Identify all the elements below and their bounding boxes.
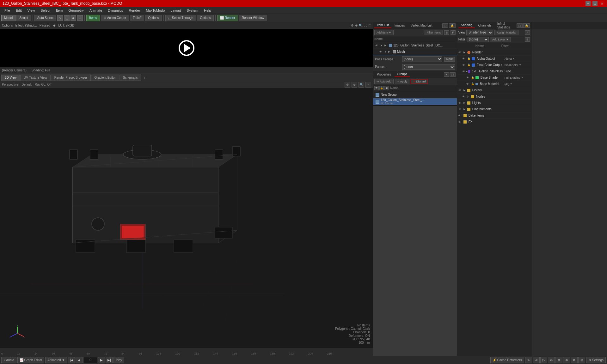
menu-animate[interactable]: Animate — [87, 8, 105, 13]
item-list-expand-btn[interactable]: ⬚ — [442, 23, 448, 28]
preview-icon3[interactable]: 🔍 — [359, 24, 363, 27]
assign-material-btn[interactable]: Assign Material — [494, 30, 518, 35]
shader-row-nodes[interactable]: 👁 ▷ Nodes — [457, 94, 531, 100]
sculpt-btn[interactable]: Sculpt — [16, 15, 31, 21]
item-list-content[interactable]: 👁 ● ▶ 120_Gallon_Stainless_Steel_IBC... … — [373, 42, 457, 55]
shading-expand-btn[interactable]: ⬚ — [517, 23, 523, 28]
list-item-scene-root[interactable]: 👁 ● ▶ 120_Gallon_Stainless_Steel_IBC... — [373, 42, 457, 49]
shader-row-base-shader[interactable]: 👁 🔒 Base Shader Full Shading ▼ — [457, 75, 531, 81]
transport-icon-8[interactable]: ⊞ — [578, 357, 585, 363]
animated-btn[interactable]: Animated ▼ — [45, 357, 67, 363]
groups-lock-icon[interactable]: 🔒 — [379, 86, 384, 90]
shading-f-btn[interactable]: F — [525, 30, 530, 35]
base-shader-effect[interactable]: Full Shading ▼ — [505, 76, 530, 79]
auto-select-btn[interactable]: Auto Select — [34, 15, 56, 21]
shader-row-final-color[interactable]: 👁 🔒 Final Color Output Final Color ▼ — [457, 62, 531, 68]
eye-icon-2[interactable]: ● — [379, 43, 384, 48]
menu-render[interactable]: Render — [126, 8, 143, 13]
play-btn[interactable]: Play — [113, 357, 124, 363]
transport-icon-1[interactable]: ⊳ — [525, 357, 532, 363]
filter-items-btn[interactable]: Filter Items — [425, 30, 443, 35]
eye-render[interactable]: 👁 — [458, 51, 463, 54]
preview-icon4[interactable]: ⛶ — [364, 24, 367, 27]
group-main[interactable]: 120_Gallon_Stainless_Steel_... No Name — [373, 98, 457, 105]
eye-ibc-mat[interactable]: 👁 — [462, 70, 465, 73]
shader-row-lights[interactable]: 👁 ▶ Lights — [457, 100, 531, 106]
eye-final-color[interactable]: 👁 — [462, 64, 467, 67]
play-button[interactable] — [179, 40, 194, 56]
groups-vis-icon[interactable]: 👁 — [374, 86, 379, 90]
transport-icon-6[interactable]: ⊕ — [563, 357, 570, 363]
base-mat-effect[interactable]: (all) ▼ — [505, 82, 530, 86]
toolbar-icon2[interactable]: ◫ — [64, 15, 70, 21]
expand-ibc-mat[interactable]: ▶ — [466, 70, 468, 73]
shading-lock-btn[interactable]: 🔒 — [523, 23, 530, 28]
props-content[interactable]: New Group 120_Gallon_Stainless_Steel_...… — [373, 91, 457, 105]
items-btn[interactable]: Items — [86, 15, 100, 21]
tab-gradient[interactable]: Gradient Editor — [91, 75, 119, 81]
props-expand-btn[interactable]: + — [444, 72, 449, 77]
eye-library[interactable]: 👁 — [458, 89, 463, 92]
expand-lights[interactable]: ▶ — [463, 101, 467, 104]
item-list-f-btn[interactable]: F — [451, 30, 456, 35]
options2-btn[interactable]: Options — [197, 15, 213, 21]
render-btn[interactable]: ⬜ Render — [217, 15, 238, 21]
shader-row-library[interactable]: 👁 ▶ Library — [457, 87, 531, 94]
shader-row-alpha[interactable]: 👁 🔒 Alpha Output Alpha ▼ — [457, 56, 531, 62]
close-btn[interactable]: ✕ — [599, 1, 604, 6]
add-tab-btn[interactable]: + — [142, 76, 147, 80]
transport-icon-3[interactable]: ▷ — [540, 357, 547, 363]
eye-icon-mesh-2[interactable]: ● — [383, 50, 388, 54]
list-item-mesh[interactable]: 👁 ● ▶ Mesh — [373, 49, 457, 55]
tab-vertex-map[interactable]: Vertex Map List — [408, 23, 435, 28]
preview-icon1[interactable]: ⚙ — [351, 24, 354, 27]
transport-icon-2[interactable]: ⊲ — [533, 357, 540, 363]
cache-deformers-btn[interactable]: ⚡ Cache Deformers — [490, 357, 524, 363]
tab-schematic[interactable]: Schematic — [120, 75, 141, 81]
groups-solo-icon[interactable]: ◉ — [384, 86, 389, 90]
preview-icon2[interactable]: ⊕ — [355, 24, 358, 27]
tab-images[interactable]: Images — [392, 23, 408, 28]
menu-help[interactable]: Help — [201, 8, 214, 13]
options-btn[interactable]: Options — [145, 15, 162, 21]
frame-input[interactable] — [83, 357, 97, 363]
viewport-settings-icon[interactable]: ⚙ — [345, 82, 350, 88]
menu-file[interactable]: File — [2, 8, 13, 13]
play-stop-btn[interactable]: ▶ — [98, 357, 105, 363]
filter-s-btn[interactable]: S — [525, 37, 530, 42]
auto-add-btn[interactable]: ↩ Auto Add — [374, 79, 394, 84]
transport-icon-5[interactable]: ⊠ — [555, 357, 562, 363]
expand-environments[interactable]: ▶ — [463, 108, 467, 111]
tab-shading[interactable]: Shading — [458, 23, 475, 28]
timeline[interactable]: 0 12 24 36 48 60 72 84 96 108 120 132 14… — [0, 348, 373, 356]
select-through-btn[interactable]: ⬚ Select Through — [165, 15, 196, 21]
item-list-lock-btn[interactable]: 🔒 — [449, 23, 456, 28]
eye-bake[interactable]: 👁 — [458, 114, 463, 117]
graph-editor-btn[interactable]: 📈 Graph Editor — [17, 357, 45, 363]
expand-library[interactable]: ▶ — [463, 89, 467, 92]
shader-row-environments[interactable]: 👁 ▶ Environments — [457, 106, 531, 112]
minimize-btn[interactable]: ─ — [586, 1, 591, 6]
eye-alpha[interactable]: 👁 — [462, 57, 467, 60]
shader-row-ibc-material[interactable]: 👁 ▶ 120_Gallon_Stainless_Stee... — [457, 68, 531, 75]
shader-row-render[interactable]: 👁 ▶ Render — [457, 49, 531, 56]
shader-tree-select[interactable]: Shader Tree — [466, 30, 493, 35]
expand-arrow-mesh[interactable]: ▶ — [388, 50, 391, 53]
tab-item-list[interactable]: Item List — [374, 23, 391, 28]
tab-channels[interactable]: Channels — [475, 23, 494, 28]
add-layer-btn[interactable]: Add Layer ▼ — [490, 37, 511, 42]
expand-nodes[interactable]: ▷ — [467, 95, 470, 98]
passes-select[interactable]: (none) — [402, 64, 455, 70]
add-item-btn[interactable]: Add Item ▼ — [374, 30, 394, 35]
pass-groups-select[interactable]: (none) — [402, 56, 442, 62]
menu-geometry[interactable]: Geometry — [66, 8, 86, 13]
tab-render-preset[interactable]: Render Preset Browser — [51, 75, 91, 81]
shader-row-base-material[interactable]: 👁 🔒 Base Material (all) ▼ — [457, 81, 531, 87]
falloff-btn[interactable]: Falloff — [130, 15, 144, 21]
tab-uv-texture[interactable]: UV Texture View — [20, 75, 51, 81]
tab-3d-view[interactable]: 3D View — [1, 75, 20, 81]
menu-view[interactable]: View — [25, 8, 38, 13]
toolbar-icon3[interactable]: ◈ — [71, 15, 76, 21]
shader-row-bake-items[interactable]: 👁 Bake Items — [457, 112, 531, 119]
action-center-btn[interactable]: ⊙ Action Center — [101, 15, 129, 21]
